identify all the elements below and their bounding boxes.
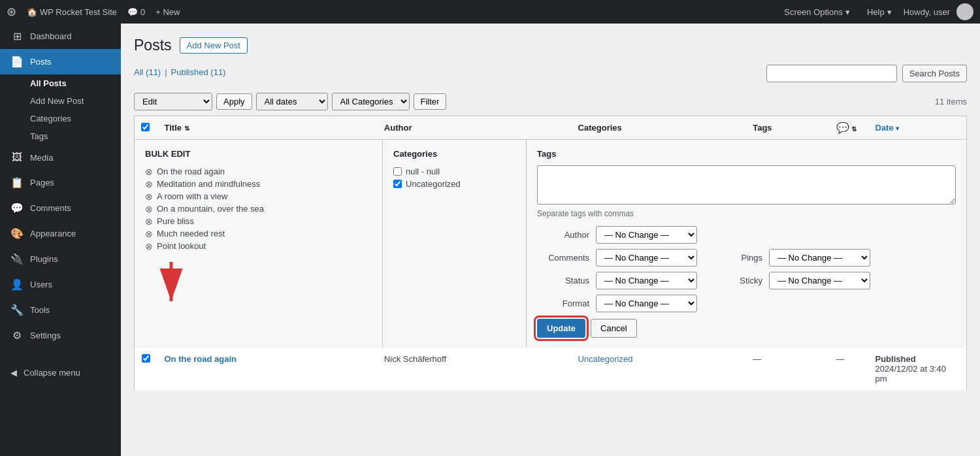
cat-null-label[interactable]: null - null — [393, 167, 515, 176]
collapse-icon: ◀ — [10, 368, 17, 378]
list-item: ⊗ A room with a view — [145, 190, 372, 203]
sidebar-item-posts[interactable]: 📄 Posts — [0, 49, 121, 74]
wp-logo[interactable]: ⊛ — [7, 5, 16, 19]
help-button[interactable]: Help ▾ — [862, 5, 897, 20]
published-filter-link[interactable]: Published (11) — [171, 67, 226, 77]
posts-table: Title ⇅ Author Categories Tags 💬 ⇅ Date — [134, 116, 967, 391]
all-filter-link[interactable]: All (11) — [134, 67, 161, 77]
post-title-7: Point lookout — [157, 241, 206, 251]
user-avatar — [956, 3, 973, 20]
col-header-categories: Categories — [572, 116, 747, 140]
collapse-menu-btn[interactable]: ◀ Collapse menu — [0, 361, 121, 384]
col-header-author: Author — [378, 116, 572, 140]
remove-post-icon-6[interactable]: ⊗ — [145, 229, 153, 238]
bulk-edit-posts-section: BULK EDIT ⊗ On the road again ⊗ — [135, 140, 383, 347]
date-filter-select[interactable]: All dates — [256, 93, 328, 110]
adminbar-new[interactable]: + New — [155, 7, 180, 17]
title-sort-icon[interactable]: ⇅ — [184, 125, 189, 132]
cat-null-checkbox[interactable] — [393, 167, 402, 176]
remove-post-icon-7[interactable]: ⊗ — [145, 242, 153, 251]
adminbar-site-name[interactable]: 🏠 WP Rocket Test Site — [27, 7, 117, 17]
search-input[interactable] — [766, 65, 897, 82]
cat-uncategorized-text: Uncategorized — [406, 179, 461, 189]
list-item: ⊗ On a mountain, over the sea — [145, 203, 372, 215]
sidebar-item-label: Dashboard — [30, 31, 72, 41]
status-field-row: Status — No Change — — [537, 272, 697, 289]
remove-post-icon-2[interactable]: ⊗ — [145, 180, 153, 189]
sidebar-item-media[interactable]: 🖼 Media — [0, 145, 121, 170]
sidebar-item-tools[interactable]: 🔧 Tools — [0, 297, 121, 323]
list-item: Uncategorized — [393, 178, 515, 190]
row-title-cell: On the road again — [158, 348, 378, 391]
comments-sort-icon[interactable]: ⇅ — [851, 125, 857, 133]
add-new-post-button[interactable]: Add New Post — [180, 37, 248, 54]
apply-button[interactable]: Apply — [216, 93, 252, 110]
sidebar-item-pages[interactable]: 📋 Pages — [0, 170, 121, 195]
posts-icon: 📄 — [10, 56, 24, 68]
status-sticky-row: Status — No Change — Sticky — [537, 272, 956, 289]
plugins-icon: 🔌 — [10, 253, 24, 265]
cat-uncategorized-label[interactable]: Uncategorized — [393, 179, 515, 189]
bulk-edit-categories-section: Categories null - null — [383, 140, 527, 347]
row-date-value: 2024/12/02 at 3:40 pm — [875, 364, 946, 383]
update-button[interactable]: Update — [537, 319, 585, 338]
author-field-label: Author — [537, 230, 589, 240]
sidebar-item-comments[interactable]: 💬 Comments — [0, 195, 121, 221]
dropdown-icon: ▾ — [887, 7, 892, 17]
post-title-1: On the road again — [157, 167, 225, 176]
remove-post-icon-3[interactable]: ⊗ — [145, 192, 153, 201]
comments-field-row: Comments — No Change — — [537, 249, 697, 267]
category-filter-select[interactable]: All Categories — [332, 93, 410, 110]
tags-section-label: Tags — [537, 149, 956, 159]
format-field-label: Format — [537, 299, 589, 308]
list-item: ⊗ Much needed rest — [145, 227, 372, 240]
table-nav: Edit Apply All dates All Categories Filt… — [134, 93, 967, 110]
bulk-edit-actions: Update Cancel — [537, 319, 956, 338]
tags-textarea[interactable] — [537, 165, 956, 204]
remove-post-icon-1[interactable]: ⊗ — [145, 167, 153, 176]
sidebar-item-label: Media — [30, 153, 53, 163]
sidebar-item-label: Appearance — [30, 229, 76, 238]
pings-select[interactable]: — No Change — — [769, 249, 870, 267]
table-row: On the road again Nick Schäferhoff Uncat… — [135, 348, 967, 391]
bulk-edit-panel: BULK EDIT ⊗ On the road again ⊗ — [135, 140, 966, 347]
remove-post-icon-4[interactable]: ⊗ — [145, 204, 153, 214]
row-checkbox[interactable] — [142, 354, 150, 363]
cancel-button[interactable]: Cancel — [591, 319, 636, 338]
date-sort-icon[interactable]: ▾ — [896, 125, 899, 132]
sidebar-item-appearance[interactable]: 🎨 Appearance — [0, 221, 121, 246]
post-title-link[interactable]: On the road again — [165, 354, 237, 364]
sidebar-item-add-new-post[interactable]: Add New Post — [0, 92, 121, 110]
remove-post-icon-5[interactable]: ⊗ — [145, 217, 153, 226]
sidebar-item-settings[interactable]: ⚙ Settings — [0, 323, 121, 348]
user-greeting[interactable]: Howdy, user — [904, 7, 950, 17]
sidebar-item-plugins[interactable]: 🔌 Plugins — [0, 246, 121, 272]
search-posts-button[interactable]: Search Posts — [902, 65, 967, 82]
select-all-checkbox[interactable] — [141, 123, 150, 131]
row-checkbox-cell — [135, 348, 158, 391]
row-date-cell: Published 2024/12/02 at 3:40 pm — [869, 348, 967, 391]
sidebar-item-tags[interactable]: Tags — [0, 127, 121, 145]
bulk-action-select[interactable]: Edit — [134, 93, 212, 110]
cat-uncategorized-checkbox[interactable] — [393, 180, 402, 188]
filter-button[interactable]: Filter — [414, 93, 447, 110]
adminbar-comments[interactable]: 💬 0 — [127, 7, 145, 17]
screen-options-button[interactable]: Screen Options ▾ — [779, 5, 855, 20]
sidebar-item-dashboard[interactable]: ⊞ Dashboard — [0, 24, 121, 49]
sidebar-item-users[interactable]: 👤 Users — [0, 272, 121, 297]
dropdown-icon: ▾ — [845, 7, 850, 17]
red-arrow — [152, 259, 191, 311]
status-select[interactable]: — No Change — — [596, 272, 697, 289]
comments-col-icon: 💬 — [836, 122, 849, 133]
sidebar-item-all-posts[interactable]: All Posts — [0, 74, 121, 92]
comments-select[interactable]: — No Change — — [596, 249, 697, 267]
row-category-link[interactable]: Uncategorized — [578, 354, 633, 364]
sticky-field-label: Sticky — [710, 276, 762, 285]
sidebar-item-categories[interactable]: Categories — [0, 110, 121, 127]
pings-field-row: Pings — No Change — — [710, 249, 870, 267]
format-select[interactable]: — No Change — — [596, 295, 697, 312]
list-item: ⊗ Pure bliss — [145, 215, 372, 227]
sticky-select[interactable]: — No Change — — [769, 272, 870, 289]
author-select[interactable]: — No Change — — [596, 226, 697, 244]
search-area: Search Posts — [766, 65, 967, 82]
